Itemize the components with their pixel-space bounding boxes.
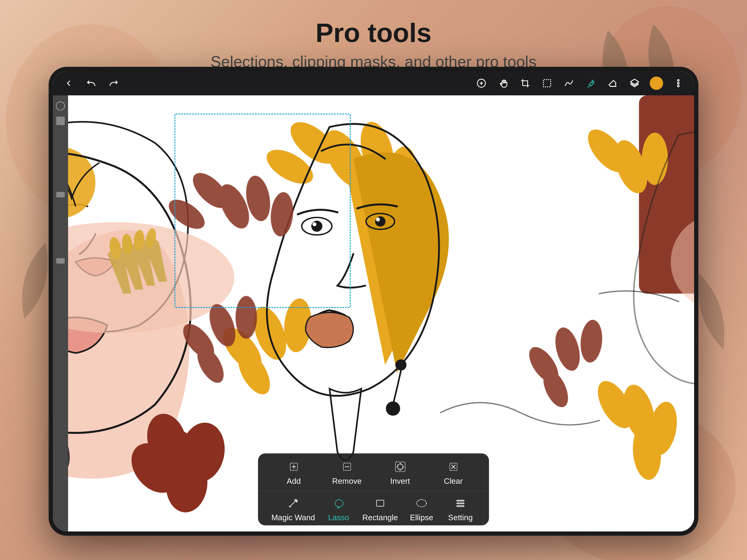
invert-selection-label: Invert: [390, 477, 410, 486]
eraser-button[interactable]: [606, 77, 619, 90]
add-selection-label: Add: [287, 477, 301, 486]
back-button[interactable]: [62, 77, 75, 90]
svg-point-29: [376, 217, 380, 221]
svg-point-82: [417, 500, 427, 507]
crop-button[interactable]: [518, 77, 532, 90]
svg-point-10: [677, 82, 679, 84]
pen-button[interactable]: [584, 77, 597, 90]
svg-line-77: [294, 500, 295, 501]
left-sidebar: [53, 95, 68, 531]
svg-point-28: [375, 216, 385, 226]
lasso-icon: [331, 496, 346, 510]
rectangle-button[interactable]: Rectangle: [362, 496, 398, 522]
panel-bottom-row: Magic Wand Lasso: [258, 491, 489, 522]
page-header: Pro tools Selections, clipping masks, an…: [0, 18, 747, 71]
remove-selection-label: Remove: [332, 477, 362, 486]
bottom-panel: Add Remove: [258, 453, 489, 525]
svg-point-31: [386, 401, 400, 416]
more-button[interactable]: [672, 77, 685, 90]
setting-label: Setting: [448, 513, 473, 522]
setting-icon: [453, 496, 468, 510]
sidebar-circle: [56, 101, 65, 110]
svg-point-25: [311, 221, 323, 232]
color-swatch[interactable]: [650, 77, 663, 90]
svg-point-9: [677, 80, 679, 81]
ellipse-button[interactable]: Ellipse: [406, 496, 437, 522]
add-selection-button[interactable]: Add: [279, 459, 309, 486]
sidebar-color-rect: [56, 116, 65, 125]
ipad-screen: Add Remove: [53, 71, 694, 531]
svg-rect-85: [457, 506, 464, 507]
svg-rect-81: [377, 500, 384, 506]
ipad-frame: Add Remove: [49, 67, 698, 536]
toolbar-right: [475, 77, 685, 90]
undo-button[interactable]: [84, 77, 98, 90]
clear-selection-label: Clear: [444, 477, 463, 486]
ellipse-icon: [414, 496, 429, 510]
ellipse-label: Ellipse: [410, 513, 433, 522]
page-title: Pro tools: [0, 18, 747, 48]
sidebar-slider-1[interactable]: [56, 192, 65, 197]
lasso-label: Lasso: [328, 513, 349, 522]
add-selection-icon: [287, 459, 301, 474]
clear-selection-icon: [446, 459, 461, 474]
svg-rect-83: [457, 500, 464, 501]
invert-selection-icon: [393, 459, 408, 474]
sidebar-slider-2[interactable]: [56, 258, 65, 264]
add-button[interactable]: [475, 77, 488, 90]
transform-button[interactable]: [496, 77, 510, 90]
invert-selection-button[interactable]: Invert: [385, 459, 415, 486]
svg-point-59: [642, 133, 668, 185]
panel-top-row: Add Remove: [258, 459, 489, 491]
layers-button[interactable]: [628, 77, 641, 90]
selection-button[interactable]: [540, 77, 554, 90]
rectangle-label: Rectangle: [362, 513, 398, 522]
remove-selection-icon: [340, 459, 354, 474]
lasso-button[interactable]: Lasso: [324, 496, 354, 522]
svg-rect-84: [457, 503, 464, 504]
rectangle-icon: [373, 496, 387, 510]
svg-point-40: [235, 296, 257, 339]
clear-selection-button[interactable]: Clear: [438, 459, 469, 486]
setting-button[interactable]: Setting: [445, 496, 475, 522]
svg-point-11: [677, 85, 679, 87]
magic-wand-label: Magic Wand: [272, 513, 315, 522]
magic-wand-button[interactable]: Magic Wand: [272, 496, 315, 522]
svg-point-26: [312, 222, 316, 226]
svg-rect-7: [543, 80, 551, 87]
remove-selection-button[interactable]: Remove: [332, 459, 362, 486]
svg-line-78: [296, 500, 297, 501]
svg-line-75: [290, 501, 295, 507]
toolbar-left: [62, 77, 120, 90]
toolbar: [53, 71, 694, 95]
magic-wand-icon: [286, 496, 301, 510]
redo-button[interactable]: [107, 77, 120, 90]
path-button[interactable]: [562, 77, 575, 90]
svg-point-30: [395, 359, 407, 371]
